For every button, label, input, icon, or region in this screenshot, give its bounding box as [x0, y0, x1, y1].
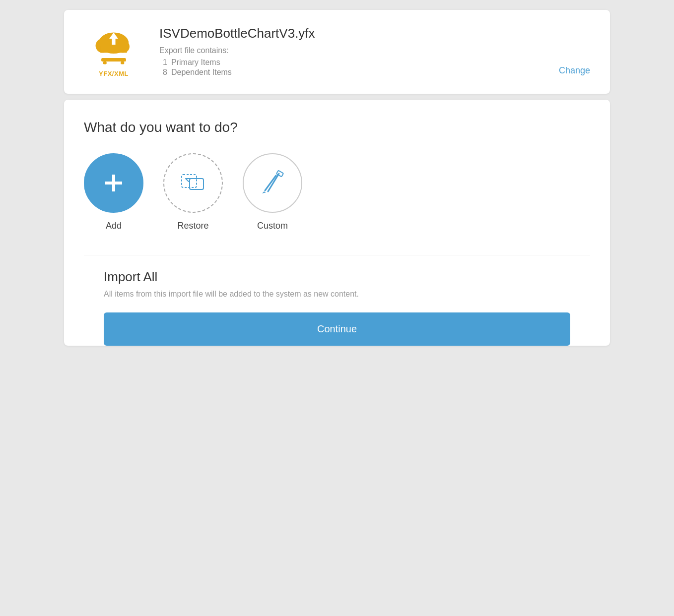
file-name: ISVDemoBottleChartV3.yfx [159, 26, 590, 41]
import-all-description: All items from this import file will be … [104, 290, 570, 299]
restore-circle[interactable] [163, 153, 223, 213]
restore-icon [176, 166, 210, 200]
add-circle[interactable] [84, 153, 143, 213]
options-row: Add Restore [84, 153, 590, 231]
primary-items-row: 1 Primary Items [159, 58, 590, 67]
svg-rect-5 [101, 58, 126, 62]
svg-rect-7 [121, 62, 124, 64]
import-all-section: Import All All items from this import fi… [84, 255, 590, 346]
items-list: 1 Primary Items 8 Dependent Items [159, 58, 590, 77]
primary-count: 1 [159, 58, 167, 67]
svg-marker-13 [262, 191, 266, 193]
change-link[interactable]: Change [559, 65, 590, 76]
option-custom[interactable]: Custom [243, 153, 302, 231]
primary-label: Primary Items [171, 58, 220, 67]
file-info: ISVDemoBottleChartV3.yfx Export file con… [159, 26, 590, 78]
file-info-card: YFX/XML ISVDemoBottleChartV3.yfx Export … [64, 10, 610, 94]
continue-button[interactable]: Continue [104, 312, 570, 346]
export-contains-label: Export file contains: [159, 46, 590, 55]
add-icon [101, 171, 126, 195]
file-icon-area: YFX/XML [84, 26, 143, 77]
svg-line-14 [268, 174, 279, 191]
custom-icon [255, 166, 290, 200]
restore-label: Restore [177, 221, 208, 231]
dependent-count: 8 [159, 68, 167, 77]
custom-circle[interactable] [243, 153, 302, 213]
custom-label: Custom [257, 221, 288, 231]
svg-rect-9 [105, 182, 122, 185]
dependent-label: Dependent Items [171, 68, 232, 77]
section-title: What do you want to do? [84, 120, 590, 135]
cloud-upload-icon [89, 26, 138, 66]
dependent-items-row: 8 Dependent Items [159, 68, 590, 77]
option-restore[interactable]: Restore [163, 153, 223, 231]
yfx-label: YFX/XML [99, 70, 129, 77]
action-card: What do you want to do? Add [64, 100, 610, 346]
import-all-title: Import All [104, 269, 570, 285]
add-label: Add [106, 221, 122, 231]
main-container: YFX/XML ISVDemoBottleChartV3.yfx Export … [64, 10, 610, 346]
svg-rect-6 [103, 62, 107, 64]
svg-rect-3 [100, 46, 127, 53]
option-add[interactable]: Add [84, 153, 143, 231]
